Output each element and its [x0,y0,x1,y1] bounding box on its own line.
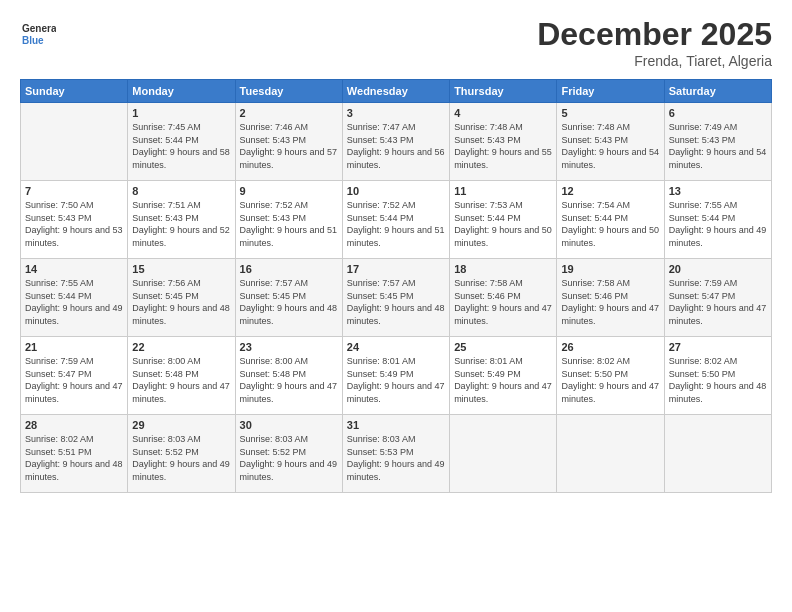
cell-content: Sunrise: 8:02 AM Sunset: 5:50 PM Dayligh… [561,355,659,405]
calendar-cell: 25 Sunrise: 8:01 AM Sunset: 5:49 PM Dayl… [450,337,557,415]
daylight: Daylight: 9 hours and 51 minutes. [347,225,445,248]
daylight: Daylight: 9 hours and 49 minutes. [240,459,338,482]
sunrise: Sunrise: 8:02 AM [669,356,738,366]
cell-content: Sunrise: 8:01 AM Sunset: 5:49 PM Dayligh… [347,355,445,405]
cell-content: Sunrise: 7:54 AM Sunset: 5:44 PM Dayligh… [561,199,659,249]
sunset: Sunset: 5:50 PM [669,369,736,379]
sunrise: Sunrise: 8:03 AM [240,434,309,444]
sunset: Sunset: 5:44 PM [132,135,199,145]
day-number: 20 [669,263,767,275]
daylight: Daylight: 9 hours and 47 minutes. [240,381,338,404]
cell-content: Sunrise: 7:50 AM Sunset: 5:43 PM Dayligh… [25,199,123,249]
day-number: 12 [561,185,659,197]
sunrise: Sunrise: 7:57 AM [347,278,416,288]
daylight: Daylight: 9 hours and 49 minutes. [347,459,445,482]
sunrise: Sunrise: 8:00 AM [240,356,309,366]
sunrise: Sunrise: 7:53 AM [454,200,523,210]
day-number: 16 [240,263,338,275]
daylight: Daylight: 9 hours and 47 minutes. [454,381,552,404]
sunrise: Sunrise: 7:55 AM [25,278,94,288]
calendar-week-row: 14 Sunrise: 7:55 AM Sunset: 5:44 PM Dayl… [21,259,772,337]
sunset: Sunset: 5:48 PM [240,369,307,379]
cell-content: Sunrise: 8:00 AM Sunset: 5:48 PM Dayligh… [132,355,230,405]
cell-content: Sunrise: 7:51 AM Sunset: 5:43 PM Dayligh… [132,199,230,249]
sunrise: Sunrise: 7:48 AM [561,122,630,132]
daylight: Daylight: 9 hours and 47 minutes. [561,303,659,326]
cell-content: Sunrise: 7:48 AM Sunset: 5:43 PM Dayligh… [454,121,552,171]
header: General Blue December 2025 Frenda, Tiare… [20,16,772,69]
daylight: Daylight: 9 hours and 54 minutes. [561,147,659,170]
sunset: Sunset: 5:43 PM [669,135,736,145]
calendar-cell: 30 Sunrise: 8:03 AM Sunset: 5:52 PM Dayl… [235,415,342,493]
calendar-cell: 13 Sunrise: 7:55 AM Sunset: 5:44 PM Dayl… [664,181,771,259]
calendar-cell: 19 Sunrise: 7:58 AM Sunset: 5:46 PM Dayl… [557,259,664,337]
day-number: 13 [669,185,767,197]
svg-text:Blue: Blue [22,35,44,46]
sunrise: Sunrise: 7:59 AM [669,278,738,288]
daylight: Daylight: 9 hours and 56 minutes. [347,147,445,170]
daylight: Daylight: 9 hours and 47 minutes. [454,303,552,326]
weekday-header: Thursday [450,80,557,103]
daylight: Daylight: 9 hours and 48 minutes. [132,303,230,326]
cell-content: Sunrise: 8:02 AM Sunset: 5:50 PM Dayligh… [669,355,767,405]
sunset: Sunset: 5:43 PM [240,135,307,145]
sunset: Sunset: 5:46 PM [454,291,521,301]
calendar-cell: 9 Sunrise: 7:52 AM Sunset: 5:43 PM Dayli… [235,181,342,259]
sunrise: Sunrise: 7:52 AM [347,200,416,210]
calendar-cell: 27 Sunrise: 8:02 AM Sunset: 5:50 PM Dayl… [664,337,771,415]
calendar-cell: 15 Sunrise: 7:56 AM Sunset: 5:45 PM Dayl… [128,259,235,337]
day-number: 4 [454,107,552,119]
day-number: 29 [132,419,230,431]
sunset: Sunset: 5:44 PM [669,213,736,223]
sunset: Sunset: 5:46 PM [561,291,628,301]
calendar-week-row: 1 Sunrise: 7:45 AM Sunset: 5:44 PM Dayli… [21,103,772,181]
sunrise: Sunrise: 8:01 AM [454,356,523,366]
cell-content: Sunrise: 7:53 AM Sunset: 5:44 PM Dayligh… [454,199,552,249]
weekday-header: Friday [557,80,664,103]
calendar-cell: 31 Sunrise: 8:03 AM Sunset: 5:53 PM Dayl… [342,415,449,493]
calendar-table: SundayMondayTuesdayWednesdayThursdayFrid… [20,79,772,493]
svg-rect-0 [20,16,56,52]
day-number: 26 [561,341,659,353]
daylight: Daylight: 9 hours and 48 minutes. [669,381,767,404]
sunrise: Sunrise: 7:48 AM [454,122,523,132]
calendar-cell: 3 Sunrise: 7:47 AM Sunset: 5:43 PM Dayli… [342,103,449,181]
daylight: Daylight: 9 hours and 47 minutes. [25,381,123,404]
day-number: 14 [25,263,123,275]
sunrise: Sunrise: 7:59 AM [25,356,94,366]
daylight: Daylight: 9 hours and 48 minutes. [347,303,445,326]
calendar-cell: 26 Sunrise: 8:02 AM Sunset: 5:50 PM Dayl… [557,337,664,415]
calendar-cell: 8 Sunrise: 7:51 AM Sunset: 5:43 PM Dayli… [128,181,235,259]
day-number: 6 [669,107,767,119]
sunset: Sunset: 5:44 PM [347,213,414,223]
calendar-cell: 20 Sunrise: 7:59 AM Sunset: 5:47 PM Dayl… [664,259,771,337]
sunset: Sunset: 5:43 PM [454,135,521,145]
sunrise: Sunrise: 7:51 AM [132,200,201,210]
calendar-cell: 4 Sunrise: 7:48 AM Sunset: 5:43 PM Dayli… [450,103,557,181]
cell-content: Sunrise: 7:46 AM Sunset: 5:43 PM Dayligh… [240,121,338,171]
day-number: 2 [240,107,338,119]
day-number: 3 [347,107,445,119]
cell-content: Sunrise: 7:52 AM Sunset: 5:44 PM Dayligh… [347,199,445,249]
day-number: 11 [454,185,552,197]
day-number: 28 [25,419,123,431]
day-number: 10 [347,185,445,197]
day-number: 18 [454,263,552,275]
calendar-header-row: SundayMondayTuesdayWednesdayThursdayFrid… [21,80,772,103]
daylight: Daylight: 9 hours and 48 minutes. [25,459,123,482]
sunset: Sunset: 5:45 PM [132,291,199,301]
sunrise: Sunrise: 7:55 AM [669,200,738,210]
day-number: 25 [454,341,552,353]
day-number: 17 [347,263,445,275]
sunrise: Sunrise: 7:58 AM [561,278,630,288]
calendar-cell: 29 Sunrise: 8:03 AM Sunset: 5:52 PM Dayl… [128,415,235,493]
day-number: 8 [132,185,230,197]
sunrise: Sunrise: 7:47 AM [347,122,416,132]
daylight: Daylight: 9 hours and 47 minutes. [669,303,767,326]
calendar-body: 1 Sunrise: 7:45 AM Sunset: 5:44 PM Dayli… [21,103,772,493]
sunset: Sunset: 5:44 PM [25,291,92,301]
calendar-week-row: 28 Sunrise: 8:02 AM Sunset: 5:51 PM Dayl… [21,415,772,493]
calendar-cell: 18 Sunrise: 7:58 AM Sunset: 5:46 PM Dayl… [450,259,557,337]
sunset: Sunset: 5:43 PM [347,135,414,145]
sunset: Sunset: 5:43 PM [132,213,199,223]
